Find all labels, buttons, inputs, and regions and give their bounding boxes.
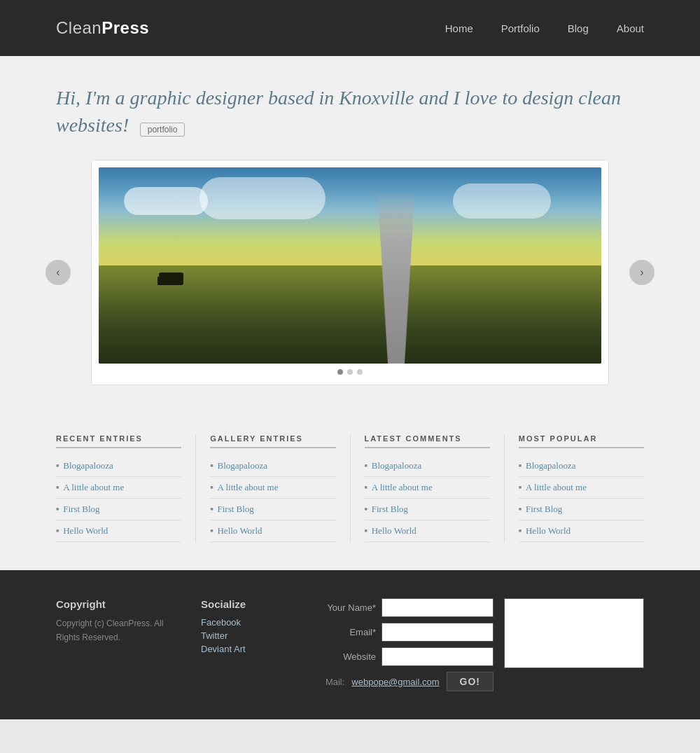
comment-entry-4[interactable]: Hello World: [372, 525, 416, 537]
nav-about[interactable]: About: [617, 22, 644, 34]
most-popular-title: MOST POPULAR: [519, 434, 644, 448]
nav-blog[interactable]: Blog: [568, 22, 589, 34]
main-content: Hi, I'm a graphic designer based in Knox…: [0, 56, 700, 413]
form-fields: Your Name* Email* Website Mail: webpope@…: [313, 598, 493, 691]
recent-entry-4[interactable]: Hello World: [63, 525, 108, 537]
gallery-entries-col: GALLERY ENTRIES Blogapalooza A little ab…: [210, 434, 350, 542]
slider-cloud-2: [200, 177, 326, 219]
list-item: Blogapalooza: [519, 455, 644, 477]
gallery-entry-1[interactable]: Blogapalooza: [217, 460, 267, 471]
name-input[interactable]: [382, 598, 493, 617]
list-item: Hello World: [519, 520, 644, 542]
list-item: Hello World: [365, 520, 490, 542]
list-item: Hello World: [210, 520, 335, 542]
list-item: A little about me: [56, 477, 181, 499]
recent-entries-col: RECENT ENTRIES Blogapalooza A little abo…: [56, 434, 196, 542]
recent-entry-1[interactable]: Blogapalooza: [63, 460, 113, 471]
slider-dots: [99, 364, 601, 378]
list-item: First Blog: [56, 499, 181, 520]
copyright-text: Copyright (c) CleanPress. All Rights Res…: [56, 617, 173, 644]
website-label: Website: [313, 651, 376, 662]
comment-entry-3[interactable]: First Blog: [372, 504, 408, 515]
nav-home[interactable]: Home: [445, 22, 473, 34]
logo: CleanPress: [56, 18, 149, 38]
mail-row: Mail: webpope@gmail.com GO!: [313, 672, 493, 691]
list-item: Blogapalooza: [210, 455, 335, 477]
hero-section: Hi, I'm a graphic designer based in Knox…: [56, 84, 644, 139]
slider-container: [91, 160, 609, 385]
most-popular-col: MOST POPULAR Blogapalooza A little about…: [519, 434, 644, 542]
gallery-entries-list: Blogapalooza A little about me First Blo…: [210, 455, 335, 542]
list-item: Hello World: [56, 520, 181, 542]
popular-entry-3[interactable]: First Blog: [526, 504, 562, 515]
most-popular-list: Blogapalooza A little about me First Blo…: [519, 455, 644, 542]
footer-inner: Copyright Copyright (c) CleanPress. All …: [56, 598, 644, 691]
comment-entry-1[interactable]: Blogapalooza: [372, 460, 421, 471]
header: CleanPress Home Portfolio Blog About: [0, 0, 700, 56]
footer-copyright-col: Copyright Copyright (c) CleanPress. All …: [56, 598, 173, 644]
socialize-title: Socialize: [201, 598, 285, 610]
name-row: Your Name*: [313, 598, 493, 617]
message-textarea[interactable]: [504, 598, 644, 668]
list-item: A little about me: [519, 477, 644, 499]
name-label: Your Name*: [313, 602, 376, 613]
recent-entry-2[interactable]: A little about me: [63, 482, 124, 493]
slider-dot-3[interactable]: [357, 369, 363, 375]
mail-label: Mail:: [326, 677, 344, 687]
slider-dot-2[interactable]: [347, 369, 353, 375]
social-facebook[interactable]: Facebook: [201, 617, 285, 628]
copyright-title: Copyright: [56, 598, 173, 610]
slider-image: [99, 167, 601, 364]
website-row: Website: [313, 647, 493, 666]
footer: Copyright Copyright (c) CleanPress. All …: [0, 570, 700, 719]
recent-entries-list: Blogapalooza A little about me First Blo…: [56, 455, 181, 542]
slider-prev-button[interactable]: ‹: [46, 260, 71, 285]
gallery-entry-4[interactable]: Hello World: [217, 525, 262, 537]
email-row: Email*: [313, 623, 493, 642]
go-button[interactable]: GO!: [447, 672, 493, 691]
list-item: First Blog: [365, 499, 490, 520]
email-label: Email*: [313, 627, 376, 637]
footer-socialize-col: Socialize Facebook Twitter Deviant Art: [201, 598, 285, 657]
gallery-entry-2[interactable]: A little about me: [217, 482, 278, 493]
latest-comments-list: Blogapalooza A little about me First Blo…: [365, 455, 490, 542]
popular-entry-4[interactable]: Hello World: [526, 525, 570, 537]
popular-entry-1[interactable]: Blogapalooza: [526, 460, 575, 471]
latest-comments-title: LATEST COMMENTS: [365, 434, 490, 448]
popular-entry-2[interactable]: A little about me: [526, 482, 587, 493]
slider-next-button[interactable]: ›: [629, 260, 654, 285]
contact-form: Your Name* Email* Website Mail: webpope@…: [313, 598, 644, 691]
recent-entries-title: RECENT ENTRIES: [56, 434, 181, 448]
mail-address[interactable]: webpope@gmail.com: [351, 677, 439, 687]
logo-bold: Press: [102, 18, 149, 37]
nav-portfolio[interactable]: Portfolio: [501, 22, 540, 34]
gallery-entry-3[interactable]: First Blog: [217, 504, 253, 515]
main-nav: Home Portfolio Blog About: [445, 22, 644, 34]
slider-cloud-3: [453, 184, 551, 219]
gallery-entries-title: GALLERY ENTRIES: [210, 434, 335, 448]
social-twitter[interactable]: Twitter: [201, 630, 285, 641]
logo-normal: Clean: [56, 18, 102, 37]
portfolio-button[interactable]: portfolio: [140, 123, 186, 137]
slider-section: ‹ ›: [42, 160, 658, 385]
entries-section: RECENT ENTRIES Blogapalooza A little abo…: [0, 413, 700, 570]
recent-entry-3[interactable]: First Blog: [63, 504, 99, 515]
list-item: Blogapalooza: [365, 455, 490, 477]
social-deviantart[interactable]: Deviant Art: [201, 644, 285, 654]
slider-dot-1[interactable]: [337, 369, 343, 375]
latest-comments-col: LATEST COMMENTS Blogapalooza A little ab…: [365, 434, 505, 542]
email-input[interactable]: [382, 623, 493, 642]
slider-cow: [159, 272, 183, 285]
website-input[interactable]: [382, 647, 493, 666]
list-item: First Blog: [519, 499, 644, 520]
comment-entry-2[interactable]: A little about me: [372, 482, 433, 493]
list-item: A little about me: [365, 477, 490, 499]
list-item: Blogapalooza: [56, 455, 181, 477]
slider-cloud-1: [124, 187, 208, 215]
list-item: First Blog: [210, 499, 335, 520]
list-item: A little about me: [210, 477, 335, 499]
